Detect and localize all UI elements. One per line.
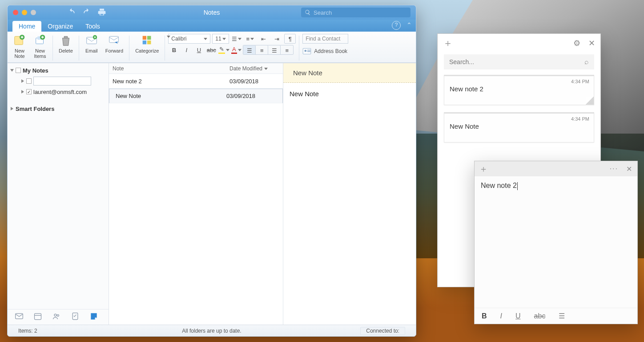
row-title: New Note	[112, 93, 226, 99]
bold-button[interactable]: B	[168, 45, 180, 55]
close-icon[interactable]: ✕	[588, 38, 595, 48]
forward-button[interactable]: Forward	[103, 34, 126, 61]
note-body[interactable]: New Note	[283, 83, 416, 325]
zoom-window-button[interactable]	[31, 10, 36, 15]
card-title: New Note	[450, 122, 588, 130]
tab-home[interactable]: Home	[12, 21, 41, 32]
font-size-value: 11	[215, 36, 221, 42]
svg-point-13	[305, 50, 307, 52]
content-panes: My Notes ✓ laurent@onmsft.com Smart Fold…	[8, 63, 416, 325]
strikethrough-button[interactable]: abc	[205, 45, 217, 55]
settings-icon[interactable]: ⚙	[573, 38, 580, 48]
strikethrough-button[interactable]: abc	[534, 312, 546, 320]
notes-icon[interactable]	[89, 312, 98, 322]
tasks-icon[interactable]	[71, 312, 80, 322]
sticky-note-body[interactable]: New note 2	[475, 176, 637, 308]
svg-rect-11	[147, 41, 151, 44]
address-book-button[interactable]: Address Book	[302, 46, 348, 56]
align-right-button[interactable]: ☰	[268, 45, 281, 55]
redo-icon[interactable]	[82, 8, 91, 18]
calendar-icon[interactable]	[33, 312, 42, 322]
sidebar-item-account[interactable]: ✓ laurent@onmsft.com	[8, 86, 109, 97]
note-header: New Note	[283, 63, 416, 83]
add-note-button[interactable]: ＋	[479, 163, 488, 175]
col-date-header[interactable]: Date Modified	[229, 65, 283, 72]
font-name-value: Calibri	[171, 36, 186, 42]
decrease-indent-button[interactable]: ⇤	[258, 34, 269, 44]
tab-organize[interactable]: Organize	[41, 21, 79, 32]
sidebar-my-notes[interactable]: My Notes	[8, 65, 109, 76]
delete-label: Delete	[59, 48, 73, 53]
font-color-button[interactable]: A	[230, 45, 242, 55]
list-header: Note Date Modified	[109, 63, 283, 74]
align-center-button[interactable]: ≡	[256, 45, 268, 55]
close-window-button[interactable]	[13, 10, 18, 15]
find-group: Find a Contact Address Book	[302, 34, 348, 56]
sticky-search-input[interactable]	[449, 58, 584, 65]
email-button[interactable]: Email	[82, 34, 101, 61]
new-items-label: New Items	[34, 48, 46, 59]
underline-button[interactable]: U	[193, 45, 205, 55]
increase-indent-button[interactable]: ⇥	[271, 34, 282, 44]
find-contact-input[interactable]: Find a Contact	[302, 34, 348, 44]
highlight-color-button[interactable]: ✎	[218, 45, 229, 55]
categorize-icon	[141, 34, 154, 47]
row-date: 03/09/2018	[226, 93, 280, 99]
window-title: Notes	[204, 9, 220, 16]
align-justify-button[interactable]: ≡	[281, 45, 293, 55]
new-items-button[interactable]: New Items	[31, 34, 49, 61]
svg-rect-14	[307, 50, 310, 51]
close-icon[interactable]: ✕	[626, 165, 633, 173]
mail-icon[interactable]	[15, 312, 24, 322]
sticky-card[interactable]: 4:34 PM New Note	[444, 112, 594, 142]
collapse-ribbon-icon[interactable]: ⌃	[407, 21, 412, 28]
bulleted-list-button[interactable]: ☰	[231, 34, 242, 44]
status-sync: All folders are up to date.	[182, 328, 241, 334]
card-time: 4:34 PM	[571, 79, 589, 84]
titlebar: Notes	[8, 5, 416, 20]
font-name-select[interactable]: Calibri	[168, 34, 210, 44]
bulleted-list-button[interactable]: ☰	[559, 312, 565, 320]
checkbox-checked[interactable]: ✓	[26, 89, 32, 94]
checkbox-unchecked[interactable]	[26, 78, 32, 84]
checkbox-unchecked[interactable]	[16, 68, 21, 73]
search-icon	[305, 9, 311, 16]
folder-rename-input[interactable]	[33, 77, 91, 86]
col-note-header[interactable]: Note	[109, 65, 229, 72]
paragraph-mark-button[interactable]: ¶	[284, 34, 296, 44]
account-label: laurent@onmsft.com	[33, 89, 87, 95]
print-icon[interactable]	[97, 8, 106, 18]
sidebar-smart-folders[interactable]: Smart Folders	[8, 103, 109, 114]
sticky-note-editor: ＋ ··· ✕ New note 2 B I U abc ☰	[474, 161, 638, 324]
underline-button[interactable]: U	[515, 312, 521, 320]
note-list-pane: Note Date Modified New note 2 03/09/2018…	[109, 63, 283, 325]
sticky-cards: 4:34 PM New note 2 4:34 PM New Note	[438, 75, 600, 142]
categorize-button[interactable]: Categorize	[133, 34, 161, 61]
italic-button[interactable]: I	[181, 45, 192, 55]
people-icon[interactable]	[52, 312, 61, 322]
tab-tools[interactable]: Tools	[79, 21, 106, 32]
italic-button[interactable]: I	[500, 312, 502, 320]
minimize-window-button[interactable]	[22, 10, 27, 15]
list-row[interactable]: New Note 03/09/2018	[109, 89, 283, 103]
titlebar-search[interactable]	[301, 8, 411, 17]
add-note-button[interactable]: ＋	[443, 37, 453, 50]
numbered-list-button[interactable]: ≡	[244, 34, 256, 44]
help-icon[interactable]: ?	[392, 21, 401, 30]
email-label: Email	[85, 48, 98, 53]
list-row[interactable]: New note 2 03/09/2018	[109, 74, 283, 89]
more-icon[interactable]: ···	[610, 165, 618, 173]
search-input[interactable]	[314, 9, 407, 16]
align-left-button[interactable]: ☰	[243, 45, 256, 55]
sticky-note-header: ＋ ··· ✕	[475, 161, 637, 176]
sticky-search[interactable]: ⌕	[444, 54, 594, 69]
font-size-select[interactable]: 11	[212, 34, 229, 44]
svg-rect-16	[16, 314, 23, 319]
undo-icon[interactable]	[67, 8, 76, 18]
bold-button[interactable]: B	[482, 312, 487, 320]
categorize-label: Categorize	[135, 48, 159, 53]
sticky-card[interactable]: 4:34 PM New note 2	[444, 75, 594, 105]
sidebar-item-rename[interactable]	[8, 76, 109, 86]
new-note-button[interactable]: New Note	[10, 34, 29, 61]
delete-button[interactable]: Delete	[56, 34, 76, 61]
